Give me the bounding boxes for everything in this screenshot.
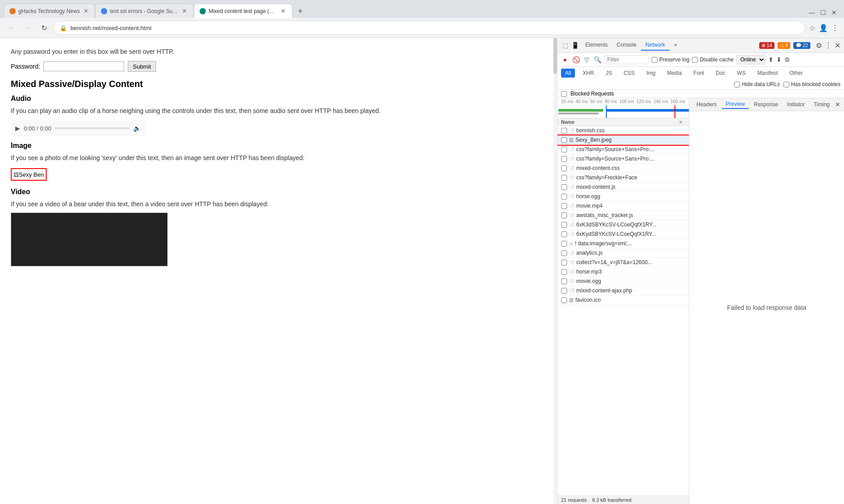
filter-media[interactable]: Media xyxy=(663,69,686,78)
device-icon[interactable]: 📱 xyxy=(571,41,579,49)
row-checkbox[interactable] xyxy=(561,278,567,284)
reload-button[interactable]: ↻ xyxy=(38,22,50,34)
right-tab-timing[interactable]: Timing xyxy=(810,100,833,109)
blocked-requests-checkbox[interactable] xyxy=(561,91,567,97)
tab-close-google[interactable]: ✕ xyxy=(181,8,188,14)
col-x-header[interactable]: × xyxy=(676,119,685,125)
filter-css[interactable]: CSS xyxy=(620,69,639,78)
table-row[interactable]: 📄 horse.mp3 xyxy=(557,267,689,277)
audio-progress[interactable] xyxy=(55,127,130,129)
tab-ghacks[interactable]: gHacks Technology News ✕ xyxy=(4,4,95,18)
row-checkbox[interactable] xyxy=(561,184,567,190)
request-list[interactable]: 📄 bennish.css 🖼 Sexy_Ben.jpeg 📄 css?fami… xyxy=(557,126,689,495)
table-row[interactable]: 📄 movie.mp4 xyxy=(557,201,689,211)
row-checkbox[interactable] xyxy=(561,297,567,303)
right-tab-preview[interactable]: Preview xyxy=(722,100,748,109)
tab-console[interactable]: Console xyxy=(612,40,641,51)
table-row[interactable]: 🖼 favicon.ico xyxy=(557,295,689,305)
menu-icon[interactable]: ⋮ xyxy=(831,24,839,32)
window-close[interactable]: ✕ xyxy=(831,9,837,16)
filter-input[interactable] xyxy=(604,55,649,64)
table-row[interactable]: 📄 mixed-content-ajax.php xyxy=(557,286,689,295)
row-checkbox[interactable] xyxy=(561,156,567,162)
password-input[interactable] xyxy=(44,61,124,71)
row-checkbox[interactable] xyxy=(561,165,567,171)
row-checkbox[interactable] xyxy=(561,241,567,247)
account-icon[interactable]: 👤 xyxy=(819,24,828,32)
right-tab-response[interactable]: Response xyxy=(750,100,782,109)
forward-button[interactable]: → xyxy=(22,22,34,34)
play-icon[interactable]: ▶ xyxy=(15,125,20,132)
filter-other[interactable]: Other xyxy=(785,69,807,78)
disable-cache-checkbox[interactable] xyxy=(692,57,698,63)
tab-close-mixed[interactable]: ✕ xyxy=(280,8,287,14)
hide-data-urls-checkbox[interactable] xyxy=(734,82,740,87)
window-minimize[interactable]: — xyxy=(809,9,815,16)
table-row[interactable]: 📄 css?family=Freckle+Face xyxy=(557,173,689,182)
row-checkbox[interactable] xyxy=(561,288,567,294)
video-player[interactable] xyxy=(11,213,168,266)
table-row[interactable]: 📄 bennish.css xyxy=(557,126,689,135)
devtools-close-button[interactable]: ✕ xyxy=(835,41,840,50)
hide-data-urls-label[interactable]: Hide data URLs xyxy=(734,81,780,87)
row-checkbox[interactable] xyxy=(561,231,567,237)
volume-icon[interactable]: 🔈 xyxy=(133,125,141,132)
has-blocked-cookies-label[interactable]: Has blocked cookies xyxy=(783,81,840,87)
tab-elements[interactable]: Elements xyxy=(581,40,612,51)
disable-cache-label[interactable]: Disable cache xyxy=(692,56,733,63)
table-row[interactable]: 📄 horse.ogg xyxy=(557,192,689,201)
network-throttle-select[interactable]: Online xyxy=(736,55,766,65)
row-checkbox[interactable] xyxy=(561,147,567,152)
filter-js[interactable]: JS xyxy=(602,69,616,78)
tab-google[interactable]: test ssl errors - Google Suche ✕ xyxy=(95,4,194,18)
filter-ws[interactable]: WS xyxy=(733,69,749,78)
settings-network-icon[interactable]: ⚙ xyxy=(784,56,790,63)
url-bar[interactable]: 🔒 bennish.net/mixed-content.html xyxy=(54,21,805,35)
row-checkbox[interactable] xyxy=(561,203,567,209)
tab-more[interactable]: » xyxy=(670,40,682,51)
row-checkbox[interactable] xyxy=(561,213,567,218)
devtools-menu-icon[interactable]: ⋮ xyxy=(825,41,832,50)
table-row[interactable]: 📄 6xKydSBYKcSV-LCoeQqfX1RY... xyxy=(557,230,689,239)
row-checkbox[interactable] xyxy=(561,175,567,181)
row-checkbox[interactable] xyxy=(561,194,567,200)
has-blocked-cookies-checkbox[interactable] xyxy=(783,82,789,87)
filter-img[interactable]: Img xyxy=(642,69,659,78)
table-row[interactable]: 📄 mixed-content.js xyxy=(557,182,689,192)
table-row[interactable]: 📄 collect?v=1&_v=j87&a=12600... xyxy=(557,258,689,267)
search-button[interactable]: 🔍 xyxy=(593,56,601,64)
scroll-thumb[interactable] xyxy=(553,38,557,74)
row-checkbox[interactable] xyxy=(561,137,567,143)
record-button[interactable]: ● xyxy=(561,56,569,64)
upload-icon[interactable]: ⬆ xyxy=(768,56,774,63)
row-checkbox[interactable] xyxy=(561,260,567,265)
table-row[interactable]: 📄 css?family=Source+Sans+Pro:... xyxy=(557,154,689,164)
filter-xhr[interactable]: XHR xyxy=(579,69,598,78)
bookmark-icon[interactable]: ☆ xyxy=(809,24,815,32)
row-checkbox[interactable] xyxy=(561,128,567,134)
filter-font[interactable]: Font xyxy=(689,69,708,78)
tab-mixed[interactable]: Mixed content test page (https://... ✕ xyxy=(194,4,292,18)
filter-manifest[interactable]: Manifest xyxy=(753,69,782,78)
filter-button[interactable]: ▽ xyxy=(583,56,591,64)
preserve-log-label[interactable]: Preserve log xyxy=(652,56,689,63)
table-row[interactable]: 📄 awstats_misc_tracker.js xyxy=(557,211,689,220)
table-row[interactable]: 📄 movie.ogg xyxy=(557,277,689,286)
inspect-icon[interactable]: ⬚ xyxy=(561,41,569,49)
table-row[interactable]: ⚠ ! data:image/svg+xml;... xyxy=(557,239,689,248)
settings-icon[interactable]: ⚙ xyxy=(816,41,822,50)
right-panel-close[interactable]: ✕ xyxy=(835,101,840,108)
scroll-track[interactable] xyxy=(553,38,557,504)
row-checkbox[interactable] xyxy=(561,269,567,275)
right-tab-headers[interactable]: Headers xyxy=(693,100,720,109)
table-row[interactable]: 📄 analytics.js xyxy=(557,248,689,258)
table-row[interactable]: 📄 6xK3dSBYKcSV-LCoeQqfX1RY... xyxy=(557,220,689,230)
preserve-log-checkbox[interactable] xyxy=(652,57,657,63)
tab-network[interactable]: Network xyxy=(641,40,670,51)
row-checkbox[interactable] xyxy=(561,250,567,256)
filter-doc[interactable]: Doc xyxy=(712,69,729,78)
right-tab-initiator[interactable]: Initiator xyxy=(783,100,808,109)
col-name-header[interactable]: Name xyxy=(561,119,676,125)
table-row[interactable]: 📄 css?family=Source+Sans+Pro:... xyxy=(557,145,689,154)
table-row[interactable]: 📄 mixed-content.css xyxy=(557,164,689,173)
